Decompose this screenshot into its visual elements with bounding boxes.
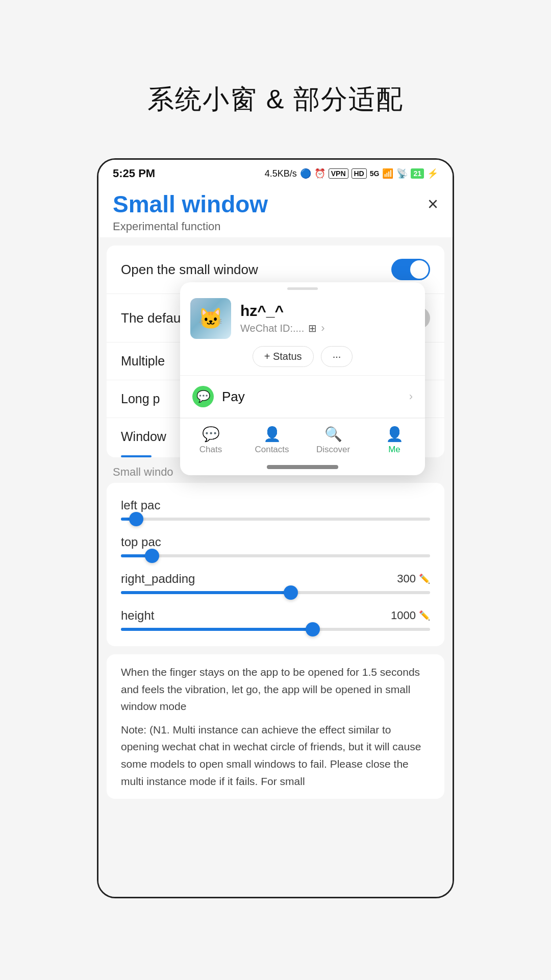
home-indicator xyxy=(267,465,338,469)
profile-section: 🐱 hz^_^ WeChat ID:.... ⊞ › + Status ··· xyxy=(180,293,425,375)
right-padding-slider-row: right_padding 300 ✏️ xyxy=(121,565,430,601)
right-padding-value: 300 xyxy=(397,572,416,585)
pay-icon-inner: 💬 xyxy=(196,390,210,403)
profile-info: hz^_^ WeChat ID:.... ⊞ › xyxy=(240,302,415,335)
avatar: 🐱 xyxy=(190,298,231,339)
nav-item-chats[interactable]: 💬 Chats xyxy=(180,419,241,460)
panel-title: Small window xyxy=(113,190,268,218)
pay-chevron-icon: › xyxy=(409,390,413,403)
pay-icon: 💬 xyxy=(192,386,214,407)
panel-header: Small window × Experimental function xyxy=(98,185,453,237)
close-button[interactable]: × xyxy=(428,195,438,213)
right-padding-edit-icon[interactable]: ✏️ xyxy=(419,573,430,584)
height-track[interactable] xyxy=(121,628,430,631)
hd-badge: HD xyxy=(352,168,367,179)
alarm-icon: ⏰ xyxy=(314,168,325,179)
open-small-window-label: Open the small window xyxy=(121,262,258,278)
nav-item-contacts[interactable]: 👤 Contacts xyxy=(241,419,303,460)
open-small-window-toggle[interactable] xyxy=(391,259,430,280)
me-icon: 👤 xyxy=(386,426,404,443)
contacts-label: Contacts xyxy=(255,445,289,455)
signal-icon: 📶 xyxy=(382,168,393,179)
description-text: When the finger stays on the app to be o… xyxy=(107,654,444,799)
height-edit-icon[interactable]: ✏️ xyxy=(419,610,430,621)
left-padding-slider-row: left pac xyxy=(121,491,430,528)
drag-handle-bar xyxy=(287,287,318,290)
wechat-overlay: 🐱 hz^_^ WeChat ID:.... ⊞ › + Status ··· xyxy=(180,282,425,475)
window-label: Window xyxy=(121,429,166,444)
more-button[interactable]: ··· xyxy=(321,346,353,367)
sliders-card: left pac top pac right xyxy=(107,483,444,646)
status-bar: 5:25 PM 4.5KB/s 🔵 ⏰ VPN HD 5G 📶 📡 21 ⚡ xyxy=(98,160,453,185)
chats-label: Chats xyxy=(199,445,222,455)
phone-frame: 5:25 PM 4.5KB/s 🔵 ⏰ VPN HD 5G 📶 📡 21 ⚡ S… xyxy=(97,158,454,898)
pay-row[interactable]: 💬 Pay › xyxy=(180,376,425,418)
chats-icon: 💬 xyxy=(202,426,220,443)
left-padding-label: left pac xyxy=(121,498,160,512)
status-button[interactable]: + Status xyxy=(253,346,314,367)
charging-icon: ⚡ xyxy=(427,168,438,179)
vpn-badge: VPN xyxy=(329,168,348,179)
top-padding-slider-row: top pac xyxy=(121,528,430,565)
right-padding-fill xyxy=(121,591,291,594)
top-padding-thumb[interactable] xyxy=(145,549,159,563)
me-label: Me xyxy=(388,445,400,455)
profile-id-label: WeChat ID:.... xyxy=(240,323,304,334)
multiple-label: Multiple xyxy=(121,354,165,369)
description-note: Note: (N1. Multi instance can achieve th… xyxy=(121,724,421,787)
bluetooth-icon: 🔵 xyxy=(300,168,311,179)
description-main: When the finger stays on the app to be o… xyxy=(121,666,420,712)
top-padding-label: top pac xyxy=(121,535,161,549)
5g-icon: 5G xyxy=(370,169,380,178)
toggle-thumb-on xyxy=(410,260,429,279)
chevron-right-icon: › xyxy=(321,322,324,335)
drag-handle[interactable] xyxy=(180,282,425,293)
left-padding-thumb[interactable] xyxy=(129,512,143,526)
right-padding-track[interactable] xyxy=(121,591,430,594)
pay-label: Pay xyxy=(222,389,245,405)
long-press-label: Long p xyxy=(121,391,160,406)
page-title: 系统小窗 & 部分适配 xyxy=(147,82,404,117)
height-fill xyxy=(121,628,313,631)
avatar-image: 🐱 xyxy=(190,298,231,339)
height-value: 1000 xyxy=(391,609,416,622)
discover-icon: 🔍 xyxy=(324,426,342,443)
nav-item-me[interactable]: 👤 Me xyxy=(364,419,425,460)
status-time: 5:25 PM xyxy=(113,167,155,180)
status-speed: 4.5KB/s xyxy=(265,168,297,179)
battery-icon: 21 xyxy=(411,168,424,179)
panel-subtitle: Experimental function xyxy=(113,220,438,233)
profile-name: hz^_^ xyxy=(240,302,415,320)
height-label: height xyxy=(121,608,154,623)
height-slider-row: height 1000 ✏️ xyxy=(121,601,430,638)
qr-icon[interactable]: ⊞ xyxy=(308,322,317,334)
height-thumb[interactable] xyxy=(306,622,320,636)
wechat-bottom-nav: 💬 Chats 👤 Contacts 🔍 Discover 👤 Me xyxy=(180,418,425,460)
contacts-icon: 👤 xyxy=(263,426,281,443)
pay-left: 💬 Pay xyxy=(192,386,245,407)
discover-label: Discover xyxy=(316,445,350,455)
wifi-icon: 📡 xyxy=(396,168,408,179)
right-padding-label: right_padding xyxy=(121,572,195,586)
top-padding-track[interactable] xyxy=(121,554,430,557)
left-padding-track[interactable] xyxy=(121,518,430,521)
right-padding-thumb[interactable] xyxy=(284,585,298,600)
nav-item-discover[interactable]: 🔍 Discover xyxy=(303,419,364,460)
action-row: + Status ··· xyxy=(253,346,353,367)
status-icons: 4.5KB/s 🔵 ⏰ VPN HD 5G 📶 📡 21 ⚡ xyxy=(265,168,438,179)
